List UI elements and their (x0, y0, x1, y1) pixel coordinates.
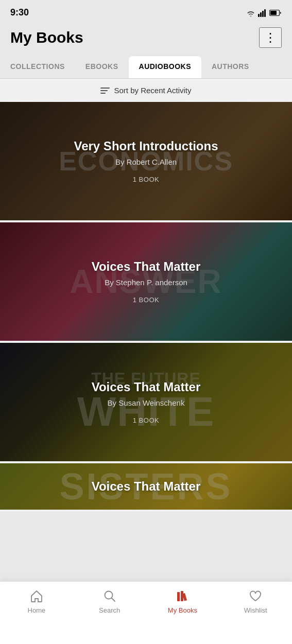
sort-label: Sort by Recent Activity (114, 86, 191, 95)
tab-ebooks[interactable]: EBOOKS (75, 56, 129, 78)
nav-mybooks-label: My Books (168, 606, 197, 614)
book-count-3: 1 BOOK (133, 416, 159, 424)
book-title-1: Very Short Introductions (74, 139, 218, 153)
nav-wishlist[interactable]: Wishlist (237, 589, 273, 614)
status-icons (246, 9, 282, 17)
sort-icon (100, 88, 110, 94)
book-author-2: By Stephen P. anderson (105, 278, 187, 287)
book-card-1[interactable]: ECONOMICS Very Short Introductions By Ro… (0, 102, 292, 220)
tab-audiobooks[interactable]: AUDIOBOOKS (129, 56, 201, 78)
battery-icon (269, 9, 282, 16)
menu-button[interactable]: ⋮ (259, 27, 282, 48)
book-card-3[interactable]: THE FUTURE WHITE Voices That Matter By S… (0, 343, 292, 461)
book-count-1: 1 BOOK (133, 176, 159, 183)
status-time: 9:30 (10, 7, 29, 18)
tab-collections[interactable]: COLLECTIONS (0, 56, 75, 78)
book-card-2[interactable]: ANSWER Voices That Matter By Stephen P. … (0, 222, 292, 341)
book-count-2: 1 BOOK (133, 296, 159, 304)
books-icon (175, 589, 190, 603)
home-icon (29, 589, 44, 603)
nav-wishlist-label: Wishlist (244, 606, 267, 614)
svg-rect-2 (262, 11, 264, 17)
svg-rect-8 (181, 591, 183, 601)
tab-bar: COLLECTIONS EBOOKS AUDIOBOOKS AUTHORS (0, 56, 292, 79)
svg-rect-3 (264, 9, 266, 17)
bottom-nav: Home Search My Books Wishlist (0, 581, 292, 644)
tab-authors[interactable]: AUTHORS (201, 56, 260, 78)
wifi-icon (246, 9, 256, 17)
nav-mybooks[interactable]: My Books (164, 589, 200, 614)
nav-home[interactable]: Home (19, 589, 55, 614)
heart-icon (248, 589, 263, 603)
signal-icon (258, 9, 267, 17)
nav-search[interactable]: Search (92, 589, 128, 614)
svg-rect-5 (270, 11, 277, 15)
nav-search-label: Search (99, 606, 120, 614)
book-title-4: Voices That Matter (92, 479, 201, 494)
book-author-1: By Robert C.Allen (115, 158, 177, 166)
status-bar: 9:30 (0, 0, 292, 22)
book-title-2: Voices That Matter (92, 259, 201, 274)
book-title-3: Voices That Matter (92, 380, 201, 394)
search-icon (102, 589, 117, 603)
svg-rect-7 (177, 592, 180, 601)
book-author-3: By Susan Weinschenk (108, 398, 185, 407)
sort-bar[interactable]: Sort by Recent Activity (0, 79, 292, 102)
header: My Books ⋮ (0, 22, 292, 56)
books-container: ECONOMICS Very Short Introductions By Ro… (0, 102, 292, 512)
page-title: My Books (10, 29, 83, 46)
svg-rect-0 (258, 14, 260, 17)
book-card-4[interactable]: SISTERS Voices That Matter (0, 463, 292, 510)
svg-rect-1 (260, 12, 262, 17)
nav-home-label: Home (28, 606, 46, 614)
